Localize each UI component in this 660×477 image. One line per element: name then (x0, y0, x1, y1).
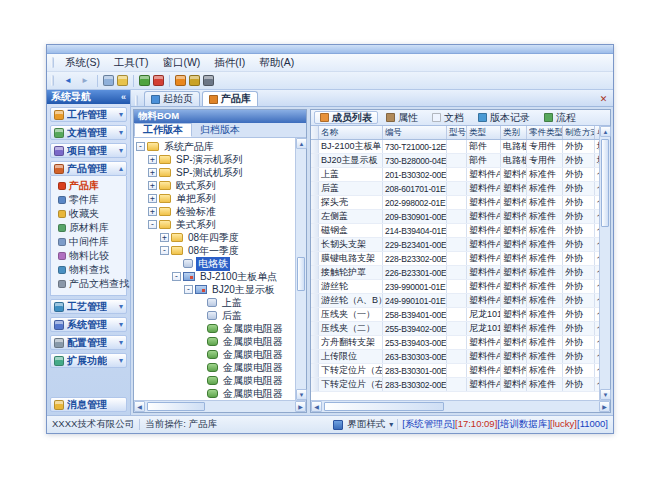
tree-row[interactable]: + SP-测试机系列 (134, 166, 295, 179)
nav-section-product[interactable]: 产品管理 ▴ (50, 161, 127, 176)
chevron-down-icon[interactable]: ▾ (119, 356, 123, 365)
table-row[interactable]: 磁钢盒 214-B39404-01E 塑料件ABS 塑料件类 标准件 外协 个 (311, 224, 599, 238)
column-header[interactable]: 型号 (447, 126, 467, 139)
table-row[interactable]: 接触轮护罩 226-B23301-00E 塑料件ABS 塑料件类 标准件 外协 … (311, 266, 599, 280)
tree-row[interactable]: 金属膜电阻器 (134, 361, 295, 374)
folder-icon[interactable] (117, 75, 128, 86)
tree-row[interactable]: 金属膜电阻器 (134, 348, 295, 361)
product-icon[interactable] (175, 75, 186, 86)
nav-item[interactable]: 产品文档查找 (54, 277, 126, 291)
ui-style-label[interactable]: 界面样式 (347, 418, 385, 431)
table-vertical-scrollbar[interactable]: ▲ ▼ (599, 126, 610, 400)
table-row[interactable]: BJ20主显示板 730-B28000-04E 部件 电路板 专用件 外协 块 (311, 154, 599, 168)
document-tab[interactable]: 产品库 (202, 91, 258, 106)
chevron-down-icon[interactable]: ▾ (119, 110, 123, 119)
tree-row[interactable]: 电烙铁 (134, 257, 295, 270)
table-row[interactable]: 下转定位片（左） 283-B30301-00E 塑料件ABS 塑料件类 标准件 … (311, 364, 599, 378)
table-row[interactable]: 游丝轮（A、B） 249-990101-01E 塑料件ABS 塑料件类 标准件 … (311, 294, 599, 308)
tree-expander[interactable]: - (160, 246, 169, 255)
close-tab-button[interactable]: ✕ (597, 94, 610, 104)
tree-row[interactable]: - 美式系列 (134, 218, 295, 231)
column-header[interactable]: 编号 (383, 126, 447, 139)
scroll-thumb[interactable] (297, 257, 305, 291)
member-tab[interactable]: 属性 (380, 111, 424, 124)
tree-row[interactable]: + 检验标准 (134, 205, 295, 218)
tree-row[interactable]: - BJ-2100主板单点 (134, 270, 295, 283)
table-row[interactable]: 上传限位 263-B30303-00E 塑料件ABS 塑料件类 标准件 外协 个 (311, 350, 599, 364)
scroll-left-button[interactable]: ◀ (134, 401, 145, 412)
tree-row[interactable]: + 欧式系列 (134, 179, 295, 192)
scroll-thumb[interactable] (147, 402, 205, 411)
nav-item[interactable]: 中间件库 (54, 235, 126, 249)
chevron-down-icon[interactable]: ▾ (119, 320, 123, 329)
stop-icon[interactable] (153, 75, 164, 86)
tree-row[interactable]: - 08年一季度 (134, 244, 295, 257)
tree-row[interactable]: - BJ20主显示板 (134, 283, 295, 296)
chevron-down-icon[interactable]: ▾ (119, 128, 123, 137)
nav-item[interactable]: 产品库 (54, 179, 126, 193)
tree-row[interactable]: 金属膜电阻器 (134, 387, 295, 400)
scroll-right-button[interactable]: ▶ (295, 401, 306, 412)
table-row[interactable]: 探头壳 202-998002-01E 塑料件ABS 塑料件类 标准件 外协 个 (311, 196, 599, 210)
column-header[interactable]: 零件类型 (527, 126, 563, 139)
table-row[interactable]: 压线夹（二） 255-B39402-00E 尼龙1010 塑料件类 标准件 外协… (311, 322, 599, 336)
scroll-down-button[interactable]: ▼ (296, 389, 307, 400)
table-row[interactable]: 左侧盖 209-B30901-00E 塑料件ABS 塑料件类 标准件 外协 个 (311, 210, 599, 224)
document-tab[interactable]: 起始页 (144, 91, 200, 106)
tree-vertical-scrollbar[interactable]: ▲ ▼ (295, 138, 306, 400)
message-bar[interactable]: 消息管理 (50, 397, 127, 412)
scroll-thumb[interactable] (324, 402, 444, 411)
nav-section-header[interactable]: 项目管理 ▾ (50, 143, 127, 158)
chevron-down-icon[interactable]: ▾ (119, 302, 123, 311)
tree-expander[interactable]: - (172, 272, 181, 281)
menu-item[interactable]: 帮助(A) (252, 54, 301, 72)
tree-expander[interactable]: + (148, 194, 157, 203)
tree-expander[interactable]: + (160, 233, 169, 242)
chevron-down-icon[interactable]: ▾ (119, 338, 123, 347)
document-icon[interactable] (103, 75, 114, 86)
table-row[interactable]: 膜键电路支架 228-B23302-00E 塑料件ABS 塑料件类 标准件 外协… (311, 252, 599, 266)
table-row[interactable]: 方舟翻转支架 253-B39403-00E 塑料件ABS 塑料件类 标准件 外协… (311, 336, 599, 350)
column-header[interactable]: 制造方式 (563, 126, 595, 139)
tree-expander[interactable]: + (148, 155, 157, 164)
member-tab[interactable]: 成员列表 (314, 111, 378, 124)
menu-item[interactable]: 插件(I) (207, 54, 252, 72)
chevron-down-icon[interactable]: ▾ (119, 146, 123, 155)
tree-row[interactable]: + 单把系列 (134, 192, 295, 205)
nav-section-header[interactable]: 系统管理 ▾ (50, 317, 127, 332)
tree-row[interactable]: 上盖 (134, 296, 295, 309)
nav-item[interactable]: 物料查找 (54, 263, 126, 277)
collapse-icon[interactable]: « (121, 92, 126, 102)
scroll-up-button[interactable]: ▲ (296, 138, 307, 149)
chevron-up-icon[interactable]: ▴ (119, 164, 123, 173)
menu-item[interactable]: 工具(T) (107, 54, 155, 72)
version-tab[interactable]: 归档版本 (192, 123, 248, 137)
tree-expander[interactable]: + (148, 181, 157, 190)
table-row[interactable]: 下转定位片（右） 283-B30302-00E 塑料件ABS 塑料件类 标准件 … (311, 378, 599, 392)
settings-icon[interactable] (189, 75, 200, 86)
tree-row[interactable]: 金属膜电阻器 (134, 322, 295, 335)
nav-item[interactable]: 原材料库 (54, 221, 126, 235)
nav-section-header[interactable]: 配置管理 ▾ (50, 335, 127, 350)
column-header[interactable]: 类型 (467, 126, 501, 139)
sidebar-header[interactable]: 系统导航 « (47, 90, 130, 104)
table-horizontal-scrollbar[interactable]: ◀ ▶ (311, 400, 610, 412)
table-row[interactable]: 压线夹（一） 258-B39401-00E 尼龙1010 塑料件类 标准件 外协… (311, 308, 599, 322)
back-icon[interactable]: ◄ (61, 74, 75, 87)
column-header[interactable]: 类别 (501, 126, 527, 139)
tree-row[interactable]: + 08年四季度 (134, 231, 295, 244)
table-row[interactable]: BJ-2100主板单点 730-T21000-12E 部件 电路板 专用件 外协… (311, 140, 599, 154)
member-tab[interactable]: 流程 (538, 111, 582, 124)
tree-expander[interactable]: - (184, 285, 193, 294)
tree-row[interactable]: 后盖 (134, 309, 295, 322)
table-row[interactable]: 上盖 201-B30302-00E 塑料件ABS 塑料件类 标准件 外协 个 (311, 168, 599, 182)
menu-item[interactable]: 系统(S) (58, 54, 107, 72)
scroll-thumb[interactable] (601, 139, 609, 227)
nav-section-header[interactable]: 工艺管理 ▾ (50, 299, 127, 314)
scroll-left-button[interactable]: ◀ (311, 401, 322, 412)
scroll-up-button[interactable]: ▲ (600, 126, 611, 137)
table-row[interactable]: 后盖 208-601701-01E 塑料件ABS 塑料件类 标准件 外协 个 (311, 182, 599, 196)
tree-row[interactable]: 金属膜电阻器 (134, 374, 295, 387)
chevron-down-icon[interactable]: ▾ (389, 420, 393, 429)
tree-expander[interactable]: + (148, 168, 157, 177)
